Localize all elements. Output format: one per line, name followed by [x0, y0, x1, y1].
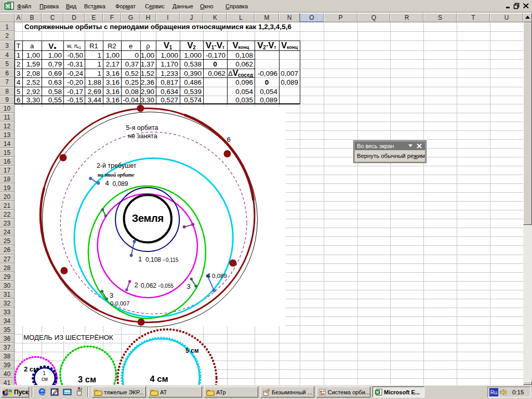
svg-text:0,062 -: 0,062 -	[141, 282, 160, 289]
svg-text:6: 6	[227, 136, 231, 143]
svg-text:5-я орбита: 5-я орбита	[126, 124, 158, 131]
svg-text:2-й требушет: 2-й требушет	[97, 162, 137, 169]
svg-text:Земля: Земля	[132, 212, 164, 224]
svg-text:4: 4	[105, 179, 109, 187]
svg-text:см: см	[42, 376, 48, 382]
svg-text:3 см: 3 см	[78, 375, 96, 384]
svg-text:МОДЕЛЬ ИЗ ШЕСТЕРЁНОК: МОДЕЛЬ ИЗ ШЕСТЕРЁНОК	[23, 334, 113, 341]
svg-text:0-0,007: 0-0,007	[110, 300, 129, 307]
svg-text:0,055: 0,055	[161, 283, 174, 289]
svg-text:0,108 -: 0,108 -	[145, 256, 165, 263]
svg-text:не занята: не занята	[128, 132, 157, 140]
svg-text:0,089: 0,089	[212, 273, 227, 279]
svg-text:2 см: 2 см	[24, 365, 38, 373]
svg-text:2: 2	[135, 281, 138, 289]
svg-text:5 см: 5 см	[185, 347, 199, 354]
svg-text:на этой орбите: на этой орбите	[98, 172, 135, 178]
svg-text:4 см: 4 см	[150, 374, 168, 383]
svg-text:4: 4	[207, 272, 210, 280]
svg-text:3: 3	[187, 283, 191, 290]
svg-text:1: 1	[138, 255, 142, 263]
svg-text:3: 3	[110, 291, 113, 299]
svg-text:0,089: 0,089	[112, 180, 128, 188]
svg-text:0,115: 0,115	[166, 257, 179, 263]
svg-text:1: 1	[43, 370, 46, 376]
